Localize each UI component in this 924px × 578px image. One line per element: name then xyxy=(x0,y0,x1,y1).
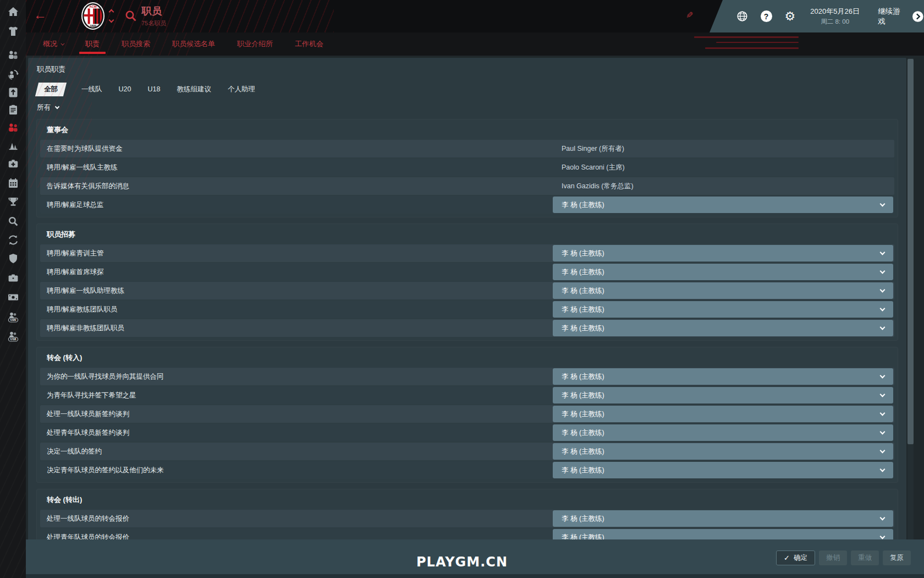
assignee-dropdown[interactable]: 李 杨 (主教练) xyxy=(553,264,893,280)
nav-tab-3[interactable]: 职员搜索 xyxy=(120,32,152,56)
assignee-dropdown[interactable]: 李 杨 (主教练) xyxy=(553,301,893,318)
sidebar-item-kit[interactable] xyxy=(4,23,21,40)
chevron-down-icon xyxy=(880,411,886,416)
decor-streak xyxy=(705,47,799,49)
sidebar-item-training[interactable] xyxy=(4,137,21,154)
sidebar-item-briefcase[interactable] xyxy=(4,270,21,286)
responsibility-row: 决定一线队的签约李 杨 (主教练) xyxy=(40,443,894,460)
sidebar-item-medical[interactable] xyxy=(4,155,21,172)
main-content: 职员职责 全部一线队U20U18教练组建议个人助理 所有 董事会在需要时为球队提… xyxy=(26,56,924,578)
responsibility-label: 处理一线队球员的转会报价 xyxy=(47,510,129,527)
svg-text:U20: U20 xyxy=(10,318,15,321)
assignee-static-value: Ivan Gazidis (常务总监) xyxy=(562,177,634,195)
assignee-dropdown[interactable]: 李 杨 (主教练) xyxy=(553,320,893,336)
nav-tab-6[interactable]: 工作机会 xyxy=(293,32,325,56)
revert-button[interactable]: 复原 xyxy=(883,550,911,565)
nav-tab-5[interactable]: 职业介绍所 xyxy=(235,32,274,56)
responsibility-label: 聘用/解雇足球总监 xyxy=(47,196,103,214)
header-right-panel: ? ⚙ 2020年5月26日 周二 8: 00 继续游戏 xyxy=(710,0,924,32)
responsibility-row: 聘用/解雇非教练团队职员李 杨 (主教练) xyxy=(40,319,894,337)
u20-icon: U20 xyxy=(7,311,20,324)
nav-tab-label: 职责 xyxy=(85,39,100,49)
assignee-dropdown-value: 李 杨 (主教练) xyxy=(562,245,604,261)
filter-tab-2[interactable]: 一线队 xyxy=(81,85,102,94)
sidebar-item-u20[interactable]: U20 xyxy=(4,309,21,326)
prev-next-entity-buttons[interactable] xyxy=(109,8,113,22)
sidebar-item-calendar[interactable] xyxy=(4,175,21,192)
assignee-dropdown[interactable]: 李 杨 (主教练) xyxy=(553,245,893,261)
sidebar-item-staff[interactable] xyxy=(4,119,21,136)
nav-tab-2[interactable]: 职责 xyxy=(84,32,101,56)
undo-button[interactable]: 撤销 xyxy=(819,550,847,565)
assignee-dropdown-value: 李 杨 (主教练) xyxy=(562,443,604,460)
transfers-icon xyxy=(7,68,20,81)
continue-button[interactable]: 继续游戏 xyxy=(878,7,924,26)
nav-tab-1[interactable]: 概况 xyxy=(41,32,65,56)
chevron-down-icon xyxy=(880,515,886,521)
assignee-dropdown[interactable]: 李 杨 (主教练) xyxy=(553,462,893,478)
assignee-dropdown[interactable]: 李 杨 (主教练) xyxy=(553,368,893,385)
responsibility-row: 为青年队寻找并签下希望之星李 杨 (主教练) xyxy=(40,386,894,404)
filter-tab-5[interactable]: 教练组建议 xyxy=(177,85,211,94)
redo-button[interactable]: 重做 xyxy=(851,550,879,565)
assignee-dropdown[interactable]: 李 杨 (主教练) xyxy=(553,197,893,213)
sidebar-item-trophy[interactable] xyxy=(4,194,21,210)
sidebar-item-shield[interactable] xyxy=(4,250,21,267)
filter-tab-1[interactable]: 全部 xyxy=(35,83,67,96)
responsibility-label: 聘用/解雇非教练团队职员 xyxy=(47,319,124,337)
chevron-down-icon xyxy=(880,467,886,472)
responsibility-row: 聘用/解雇首席球探李 杨 (主教练) xyxy=(40,263,894,281)
responsibility-label: 聘用/解雇首席球探 xyxy=(47,263,103,281)
section-card: 职员招募聘用/解雇青训主管李 杨 (主教练)聘用/解雇首席球探李 杨 (主教练)… xyxy=(37,224,898,340)
sidebar-item-home[interactable] xyxy=(4,4,21,20)
sidebar-item-search[interactable] xyxy=(4,213,21,230)
assignee-dropdown-value: 李 杨 (主教练) xyxy=(562,197,604,213)
filter-tab-3[interactable]: U20 xyxy=(119,85,131,93)
sidebar-item-finance[interactable] xyxy=(4,289,21,306)
assignee-dropdown-value: 李 杨 (主教练) xyxy=(562,462,604,478)
assignee-dropdown[interactable]: 李 杨 (主教练) xyxy=(553,387,893,403)
settings-button[interactable]: ⚙ xyxy=(778,10,802,23)
scrollbar-track[interactable] xyxy=(908,58,914,540)
medical-icon xyxy=(7,157,20,170)
assignee-dropdown[interactable]: 李 杨 (主教练) xyxy=(553,510,893,527)
search-icon[interactable] xyxy=(124,9,138,25)
responsibility-label: 聘用/解雇一线队助理教练 xyxy=(47,282,124,299)
scope-dropdown[interactable]: 所有 xyxy=(37,103,75,112)
sidebar-item-transfers[interactable] xyxy=(4,66,21,83)
sidebar-item-sync[interactable] xyxy=(4,232,21,248)
responsibility-label: 处理一线队球员新签约谈判 xyxy=(47,405,129,423)
question-mark-icon: ? xyxy=(761,10,772,22)
nav-tab-4[interactable]: 职员候选名单 xyxy=(170,32,217,56)
sidebar-item-squad[interactable] xyxy=(4,47,21,63)
chevron-down-icon xyxy=(880,373,886,379)
help-button[interactable]: ? xyxy=(754,10,778,22)
filter-tab-label: 全部 xyxy=(44,85,58,94)
chevron-down-icon xyxy=(880,534,886,539)
responsibility-row: 聘用/解雇一线队助理教练李 杨 (主教练) xyxy=(40,282,894,299)
svg-text:ACM: ACM xyxy=(89,5,97,8)
sidebar-item-u18[interactable]: U18 xyxy=(4,329,21,345)
sidebar-item-board[interactable] xyxy=(4,84,21,101)
section-title: 转会 (转出) xyxy=(47,495,894,505)
assignee-dropdown[interactable]: 李 杨 (主教练) xyxy=(553,424,893,441)
edit-pencil-icon[interactable]: ✎ xyxy=(686,10,693,20)
world-button[interactable] xyxy=(730,10,754,23)
scrollbar-thumb[interactable] xyxy=(908,59,914,444)
assignee-dropdown-value: 李 杨 (主教练) xyxy=(562,387,604,403)
decor-streak xyxy=(716,42,799,43)
assignee-dropdown[interactable]: 李 杨 (主教练) xyxy=(553,443,893,460)
club-crest-acmilan[interactable]: ACM 1899 xyxy=(81,2,105,32)
filter-tab-4[interactable]: U18 xyxy=(147,85,160,93)
sidebar-item-clipboard[interactable] xyxy=(4,102,21,118)
responsibility-label: 决定一线队的签约 xyxy=(47,443,102,460)
assignee-dropdown[interactable]: 李 杨 (主教练) xyxy=(553,282,893,299)
assignee-dropdown[interactable]: 李 杨 (主教练) xyxy=(553,406,893,422)
section-tabbar: 概况职责职员搜索职员候选名单职业介绍所工作机会 xyxy=(26,32,924,56)
filter-tab-6[interactable]: 个人助理 xyxy=(228,85,255,94)
responsibility-row: 告诉媒体有关俱乐部的消息Ivan Gazidis (常务总监) xyxy=(40,177,894,195)
confirm-button[interactable]: ✓ 确定 xyxy=(776,550,815,565)
assignee-dropdown-value: 李 杨 (主教练) xyxy=(562,301,604,318)
chevron-down-icon xyxy=(109,18,114,23)
back-button[interactable]: ← xyxy=(34,7,47,23)
